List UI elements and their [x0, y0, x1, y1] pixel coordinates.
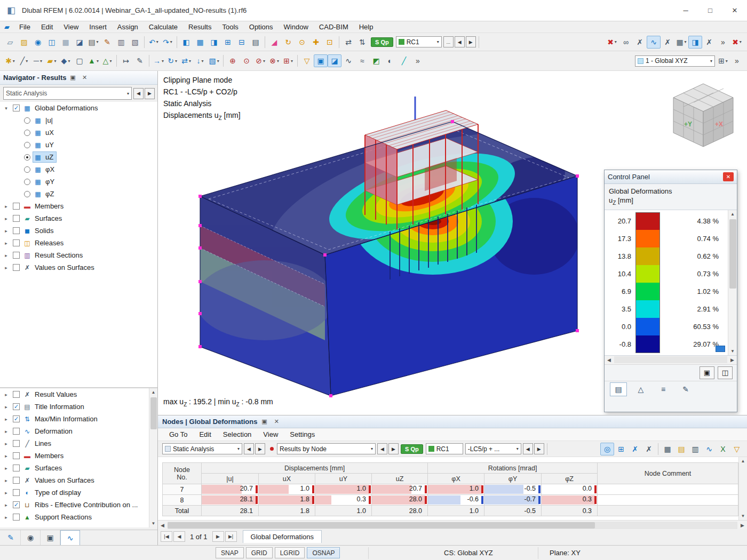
zoom-view-icon[interactable]: ⊙	[295, 36, 309, 49]
value-cell-y[interactable]: -0.5	[484, 484, 542, 495]
prev-mode-button[interactable]: ◀	[377, 443, 387, 454]
table-menu-selection[interactable]: Selection	[217, 429, 257, 441]
tree-item-ribs-effective-contribution-on[interactable]: ▸✓⊔Ribs - Effective Contribution on ...	[0, 499, 157, 511]
tree-item-lines[interactable]: ▸╱Lines	[0, 437, 157, 450]
checkbox[interactable]	[13, 252, 20, 259]
table-print-icon[interactable]: ▥	[688, 443, 702, 455]
previous-analysis-button[interactable]: ◀	[133, 88, 144, 99]
expand-arrow-icon[interactable]: ▾	[2, 106, 10, 111]
calculation-link-icon[interactable]: ∞	[619, 36, 633, 49]
tree-item-result-values[interactable]: ▸✗Result Values	[0, 388, 157, 401]
checkbox[interactable]	[13, 477, 20, 484]
tree-item-type-of-display[interactable]: ▸◐Type of display	[0, 486, 157, 499]
clipping-box-icon[interactable]: ▣	[314, 54, 328, 67]
menu-item-cad-bim[interactable]: CAD-BIM	[314, 21, 354, 33]
close-table-icon[interactable]: ✕	[271, 417, 282, 427]
hscroll-track[interactable]	[614, 356, 727, 363]
next-page-button[interactable]: ▶	[212, 531, 224, 542]
menu-item-tools[interactable]: Tools	[217, 21, 243, 33]
color-scale-tab[interactable]: ▤	[610, 382, 627, 396]
close-panel-icon[interactable]: ✕	[79, 73, 90, 83]
results-navigator-tab[interactable]: ∿	[60, 530, 80, 545]
expand-arrow-icon[interactable]: ▸	[2, 466, 10, 471]
new-solid-icon[interactable]: ◆▾	[59, 54, 73, 67]
column-header-u[interactable]: |u|	[202, 474, 259, 484]
value-cell-u[interactable]: 20.7	[202, 484, 259, 495]
expand-arrow-icon[interactable]: ▸	[2, 502, 10, 508]
clipping-plane-icon[interactable]: ◪	[328, 54, 341, 67]
control-panel-header[interactable]: Control Panel ✕	[605, 170, 737, 184]
expand-arrow-icon[interactable]: ▸	[2, 253, 10, 258]
result-xxx-icon[interactable]: ✗	[661, 36, 674, 49]
design-situation-badge[interactable]: S Qp	[371, 37, 393, 47]
factors-tab[interactable]: △	[632, 382, 649, 396]
menu-item-options[interactable]: Options	[244, 21, 279, 33]
maximize-button[interactable]: □	[698, 0, 722, 21]
data-navigator-tab[interactable]: ✎	[1, 530, 21, 545]
checkbox[interactable]: ✓	[13, 501, 20, 508]
views-navigator-tab[interactable]: ▣	[41, 530, 60, 545]
renumber-icon[interactable]: ⇄	[341, 36, 355, 49]
radio-uy[interactable]	[24, 142, 30, 148]
checkbox[interactable]	[13, 227, 20, 234]
value-cell-z[interactable]: 0.0	[542, 484, 598, 495]
expand-arrow-icon[interactable]: ▸	[2, 417, 10, 422]
scale-hscrollbar[interactable]: ◀ ▶	[605, 356, 737, 365]
minimize-button[interactable]: ─	[673, 0, 698, 21]
tree-item-values-on-surfaces[interactable]: ▸✗Values on Surfaces	[0, 261, 157, 274]
printout-report-icon[interactable]: ▥	[114, 36, 128, 49]
expand-arrow-icon[interactable]: ▸	[2, 453, 10, 459]
load-case-browse-button[interactable]: ...	[443, 36, 454, 47]
checkbox[interactable]	[13, 514, 20, 521]
expand-arrow-icon[interactable]: ▸	[2, 216, 10, 221]
expand-arrow-icon[interactable]: ▸	[2, 241, 10, 246]
values-xxx-icon[interactable]: ✗	[702, 36, 716, 49]
toolbar2-overflow-icon[interactable]: »	[411, 54, 425, 67]
table-panel-header[interactable]: Nodes | Global Deformations ▣ ✕	[158, 415, 747, 428]
sc-tables-icon[interactable]: ⊟	[235, 36, 249, 49]
menu-item-view[interactable]: View	[58, 21, 84, 33]
table-vertical-scrollbar[interactable]: ▲ ▼	[738, 457, 747, 520]
checkbox[interactable]	[13, 440, 20, 447]
toggle-osnap[interactable]: OSNAP	[307, 547, 340, 558]
previous-page-button[interactable]: ◀	[173, 531, 185, 542]
generate-numbering-icon[interactable]: ⇅	[355, 36, 369, 49]
value-cell-y[interactable]: -0.7	[484, 495, 542, 506]
tree-item-members[interactable]: ▸▬Members	[0, 200, 157, 212]
scroll-left-icon[interactable]: ◀	[605, 357, 614, 363]
scroll-up-icon[interactable]: ▲	[728, 210, 737, 218]
tree-item-z[interactable]: ▦φZ	[0, 188, 157, 200]
radio-z[interactable]	[24, 191, 30, 197]
tables-panel-icon[interactable]: ▦	[193, 36, 207, 49]
menu-item-edit[interactable]: Edit	[36, 21, 58, 33]
tree-item-surfaces[interactable]: ▸▰Surfaces	[0, 462, 157, 474]
expand-arrow-icon[interactable]: ▸	[2, 515, 10, 520]
checkbox[interactable]	[13, 215, 20, 222]
radio-ux[interactable]	[24, 130, 30, 136]
filter-tab[interactable]: ≡	[655, 382, 672, 396]
tree-item-y[interactable]: ▦φY	[0, 175, 157, 188]
scale-scrollbar[interactable]: ▲ ▼	[728, 210, 737, 355]
open-model-icon[interactable]: ▨	[17, 36, 31, 49]
load-case-combo[interactable]: RC1 ▾	[396, 36, 442, 47]
toggle-grid[interactable]: GRID	[246, 547, 273, 558]
pan-view-icon[interactable]: ✚	[309, 36, 323, 49]
expand-arrow-icon[interactable]: ▸	[2, 228, 10, 234]
checkbox[interactable]: ✓	[13, 105, 20, 111]
scale-limit-handle[interactable]	[716, 346, 725, 352]
tree-item-title-information[interactable]: ▸✓▤Title Information	[0, 401, 157, 413]
checkbox[interactable]	[13, 203, 20, 210]
tree-item-uz[interactable]: ▦uZ	[0, 151, 157, 163]
intersect-icon[interactable]: ⊗▾	[267, 54, 281, 67]
tree-item-global-deformations[interactable]: ▾✓▦Global Deformations	[0, 102, 157, 114]
new-opening-icon[interactable]: ▢	[73, 54, 86, 67]
coordinate-system-combo[interactable]: 1 - Global XYZ ▾	[635, 55, 715, 67]
value-cell-z[interactable]: 0.3	[542, 495, 598, 506]
table-design-situation-badge[interactable]: S Qp	[401, 444, 423, 454]
node-column-header[interactable]: NodeNo.	[163, 463, 202, 484]
node-comment-cell[interactable]	[598, 484, 738, 495]
visual-objects-icon[interactable]: ⊞▾	[716, 54, 730, 67]
hscroll-thumb[interactable]	[168, 522, 595, 529]
undock-table-icon[interactable]: ▣	[259, 417, 269, 427]
value-cell-uy[interactable]: 1.0	[315, 484, 372, 495]
